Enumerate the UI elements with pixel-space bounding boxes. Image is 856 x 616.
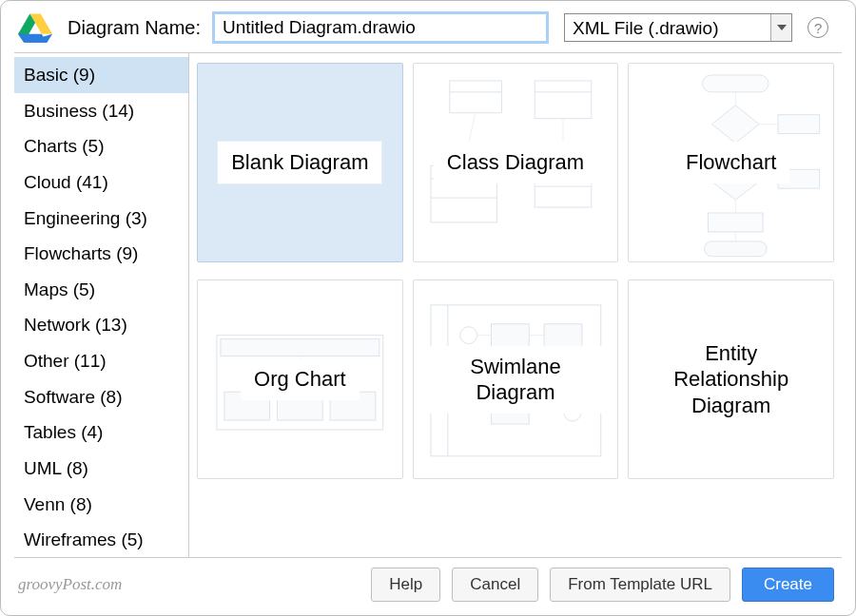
svg-rect-18: [778, 115, 820, 134]
svg-point-42: [459, 327, 477, 344]
svg-rect-44: [544, 324, 582, 347]
template-entity-relationship-diagram[interactable]: Entity Relationship Diagram: [628, 279, 834, 479]
sidebar-item-basic[interactable]: Basic (9): [14, 57, 188, 93]
svg-rect-21: [709, 213, 764, 232]
sidebar-item-flowcharts[interactable]: Flowcharts (9): [14, 236, 188, 272]
file-format-select[interactable]: XML File (.drawio): [564, 13, 792, 42]
template-grid: Blank Diagram Class Diagram: [189, 53, 842, 557]
sidebar-item-business[interactable]: Business (14): [14, 93, 188, 129]
sidebar-item-network[interactable]: Network (13): [14, 307, 188, 343]
new-diagram-dialog: Diagram Name: XML File (.drawio) ? Basic…: [0, 0, 856, 616]
svg-rect-22: [705, 241, 768, 257]
watermark-text: groovyPost.com: [18, 575, 122, 594]
sidebar-item-software[interactable]: Software (8): [14, 379, 188, 415]
create-button[interactable]: Create: [742, 568, 834, 602]
template-label: Swimlane Diagram: [423, 346, 607, 414]
help-icon[interactable]: ?: [807, 17, 828, 38]
template-blank-diagram[interactable]: Blank Diagram: [197, 63, 403, 262]
help-button[interactable]: Help: [371, 568, 440, 602]
dialog-footer: groovyPost.com Help Cancel From Template…: [1, 558, 855, 615]
svg-marker-17: [712, 106, 760, 144]
sidebar-item-charts[interactable]: Charts (5): [14, 128, 188, 164]
template-label: Entity Relationship Diagram: [639, 333, 823, 427]
svg-rect-30: [221, 339, 379, 356]
google-drive-icon: [18, 12, 52, 43]
template-class-diagram[interactable]: Class Diagram: [413, 63, 619, 262]
sidebar-item-uml[interactable]: UML (8): [14, 451, 188, 487]
sidebar-item-wireframes[interactable]: Wireframes (5): [14, 522, 188, 557]
svg-marker-3: [18, 34, 47, 43]
svg-rect-5: [449, 81, 501, 113]
dialog-body: Basic (9) Business (14) Charts (5) Cloud…: [14, 52, 842, 558]
cancel-button[interactable]: Cancel: [452, 568, 538, 602]
dialog-header: Diagram Name: XML File (.drawio) ?: [1, 1, 855, 52]
template-label: Org Chart: [241, 358, 360, 400]
template-label: Class Diagram: [434, 142, 597, 183]
file-format-select-wrap: XML File (.drawio): [564, 13, 792, 42]
sidebar-item-tables[interactable]: Tables (4): [14, 414, 188, 451]
diagram-name-input[interactable]: [214, 13, 547, 42]
diagram-name-label: Diagram Name:: [68, 17, 201, 39]
svg-rect-43: [491, 324, 529, 347]
template-label: Flowchart: [672, 142, 789, 183]
template-swimlane-diagram[interactable]: Swimlane Diagram: [413, 279, 619, 479]
from-template-url-button[interactable]: From Template URL: [550, 568, 730, 602]
sidebar-item-engineering[interactable]: Engineering (3): [14, 201, 188, 237]
category-sidebar: Basic (9) Business (14) Charts (5) Cloud…: [14, 53, 189, 557]
template-flowchart[interactable]: Flowchart: [628, 63, 834, 262]
sidebar-item-venn[interactable]: Venn (8): [14, 487, 188, 523]
template-label: Blank Diagram: [218, 142, 381, 183]
sidebar-item-cloud[interactable]: Cloud (41): [14, 164, 188, 201]
sidebar-item-other[interactable]: Other (11): [14, 343, 188, 379]
svg-rect-7: [535, 81, 592, 119]
svg-rect-16: [703, 75, 769, 92]
sidebar-item-maps[interactable]: Maps (5): [14, 272, 188, 308]
template-org-chart[interactable]: Org Chart: [197, 279, 403, 479]
